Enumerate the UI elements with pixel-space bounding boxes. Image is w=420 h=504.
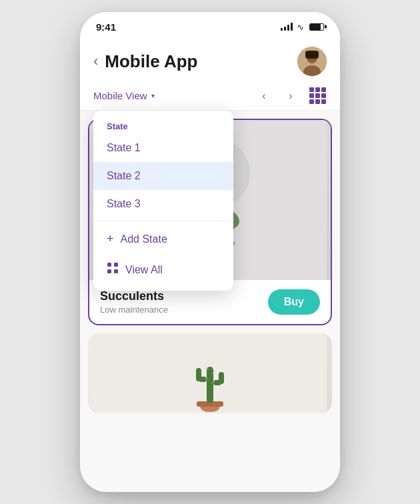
- mobile-view-label: Mobile View: [93, 90, 147, 101]
- state-dropdown-menu: State State 1 State 2 State 3 + Add Stat…: [93, 111, 233, 291]
- product-description: Low maintenance: [100, 305, 168, 315]
- svg-rect-33: [114, 263, 118, 267]
- page-title: Mobile App: [105, 51, 291, 72]
- buy-button[interactable]: Buy: [268, 289, 320, 315]
- plus-icon: +: [107, 232, 114, 246]
- dropdown-item-state2[interactable]: State 2: [93, 162, 233, 190]
- app-header: ‹ Mobile App: [80, 41, 340, 81]
- signal-icon: [281, 23, 293, 31]
- toolbar: Mobile View ▾ ‹ ›: [80, 81, 340, 111]
- product-card-cactus: [88, 333, 332, 413]
- state3-label: State 3: [107, 198, 141, 210]
- svg-rect-27: [219, 372, 224, 384]
- svg-rect-25: [196, 368, 201, 381]
- state1-label: State 1: [107, 142, 141, 154]
- dropdown-section-label: State: [93, 116, 233, 134]
- dropdown-item-state3[interactable]: State 3: [93, 190, 233, 218]
- avatar[interactable]: [297, 47, 327, 76]
- grid-dots-icon: [309, 87, 326, 104]
- wifi-icon: ∿: [297, 22, 304, 32]
- svg-rect-35: [114, 269, 118, 273]
- mobile-view-dropdown[interactable]: Mobile View ▾: [93, 90, 155, 101]
- phone-container: 9:41 ∿ ‹ Mobile App: [80, 12, 340, 492]
- prev-button[interactable]: ‹: [255, 87, 273, 105]
- view-all-label: View All: [125, 264, 163, 276]
- grid-view-button[interactable]: [308, 87, 327, 105]
- toolbar-right: ‹ ›: [255, 87, 327, 105]
- status-time: 9:41: [96, 21, 116, 33]
- dropdown-view-all[interactable]: View All: [93, 254, 233, 285]
- status-icons: ∿: [281, 22, 324, 32]
- cactus-image: [88, 333, 332, 413]
- add-state-label: Add State: [121, 233, 167, 245]
- product-name: Succulents: [100, 289, 168, 303]
- svg-rect-23: [207, 367, 213, 403]
- next-button[interactable]: ›: [281, 87, 300, 105]
- dropdown-arrow-icon: ▾: [151, 92, 155, 99]
- status-bar: 9:41 ∿: [80, 12, 340, 41]
- dropdown-item-state1[interactable]: State 1: [93, 134, 233, 162]
- dropdown-divider: [93, 221, 233, 221]
- svg-rect-34: [107, 269, 111, 273]
- state2-label: State 2: [107, 170, 141, 182]
- product-text: Succulents Low maintenance: [100, 289, 168, 315]
- back-button[interactable]: ‹: [93, 53, 98, 70]
- svg-rect-3: [305, 51, 319, 59]
- dropdown-add-state[interactable]: + Add State: [93, 224, 233, 254]
- battery-icon: [309, 23, 324, 31]
- svg-rect-32: [107, 263, 111, 267]
- view-all-grid-icon: [107, 262, 119, 277]
